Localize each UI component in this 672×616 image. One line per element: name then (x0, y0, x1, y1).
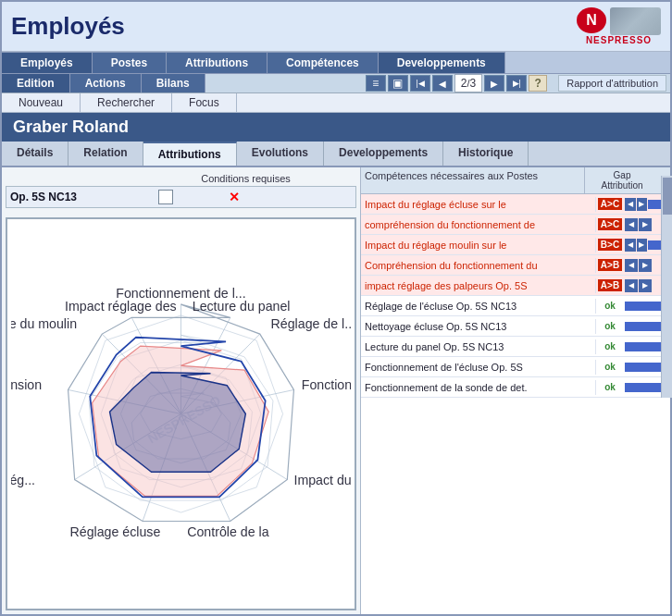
page-indicator: 2/3 (454, 74, 482, 92)
main-content: Conditions requises Op. 5S NC13 ✕ NESPRE… (2, 167, 670, 614)
svg-text:Réglage écluse: Réglage écluse (70, 524, 161, 539)
tab-competences[interactable]: Compétences (268, 52, 379, 73)
comp-name-6: Réglage de l'écluse Op. 5S NC13 (361, 299, 596, 314)
tab-evolutions[interactable]: Evolutions (237, 142, 324, 166)
op-delete-icon[interactable]: ✕ (229, 190, 240, 204)
col-competences-label: Compétences nécessaires aux Postes (361, 167, 585, 193)
radar-svg: NESPRESSO (11, 223, 351, 605)
comp-row-5: impact réglage des palpeurs Op. 5S A>B ◀… (361, 276, 670, 296)
bilans-button[interactable]: Bilans (142, 74, 205, 92)
comp-row-6: Réglage de l'écluse Op. 5S NC13 ok (361, 296, 670, 316)
comp-name-7: Nettoyage écluse Op. 5S NC13 (361, 319, 596, 334)
svg-text:Lecture du panel: Lecture du panel (193, 299, 291, 314)
tab-historique[interactable]: Historique (443, 142, 529, 166)
comp-gap-2: A>C (596, 217, 624, 231)
tab-developpements[interactable]: Developpements (379, 52, 505, 73)
comp-gap-7: ok (596, 320, 624, 332)
op-row: Op. 5S NC13 ✕ (6, 186, 356, 208)
svg-text:Contrôle de la: Contrôle de la (187, 524, 268, 539)
svg-text:Impact du ré...: Impact du ré... (293, 473, 351, 487)
comp-row-2: compréhension du fonctionnement de A>C ◀… (361, 215, 670, 235)
nespresso-n-icon: N (577, 7, 606, 33)
arrow-left-4[interactable]: ◀ (625, 259, 638, 272)
svg-text:Réglage de l...: Réglage de l... (271, 316, 351, 331)
bar-8 (625, 342, 666, 351)
comp-name-10: Fonctionnement de la sonde de det. (361, 380, 596, 395)
action-bar: Nouveau Rechercher Focus (2, 93, 670, 113)
comp-name-4: Compréhension du fonctionnement du (361, 258, 596, 273)
op-label: Op. 5S NC13 (10, 191, 131, 203)
arrow-left-1[interactable]: ◀ (625, 198, 636, 211)
arrow-right-4[interactable]: ▶ (639, 259, 652, 272)
arrow-right-5[interactable]: ▶ (639, 279, 652, 292)
toolbar-right: |◀ ◀ 2/3 ▶ ▶| ? Rapport d'attribution (366, 74, 670, 92)
arrow-right-1[interactable]: ▶ (637, 198, 648, 211)
arrow-left-3[interactable]: ◀ (625, 239, 636, 252)
tab-attributions-content[interactable]: Attributions (143, 142, 237, 166)
arrow-right-3[interactable]: ▶ (637, 239, 648, 252)
comp-gap-9: ok (596, 361, 624, 373)
comp-row-4: Compréhension du fonctionnement du A>B ◀… (361, 255, 670, 276)
app-container: Employés N NESPRESSO Employés Postes Att… (0, 0, 672, 616)
comp-gap-1: A>C (596, 197, 624, 211)
comp-row-3: Impact du réglage moulin sur le B>C ◀ ▶ (361, 235, 670, 255)
comp-name-9: Fonctionnement de l'écluse Op. 5S (361, 360, 596, 375)
bar-10 (625, 383, 666, 392)
edition-button[interactable]: Edition (2, 74, 70, 92)
op-checkbox[interactable] (158, 190, 173, 204)
app-title: Employés (11, 12, 125, 41)
comp-name-5: impact réglage des palpeurs Op. 5S (361, 278, 596, 293)
nav-next-button[interactable]: ▶ (484, 75, 504, 92)
left-panel: Conditions requises Op. 5S NC13 ✕ NESPRE… (2, 167, 361, 614)
logo-name: NESPRESSO (586, 35, 652, 45)
col-gap-label: Gap Attribution (585, 167, 659, 193)
rapport-button[interactable]: Rapport d'attribution (558, 75, 666, 92)
comp-row-8: Lecture du panel Op. 5S NC13 ok (361, 337, 670, 357)
svg-text:Fonctionnement de la: Fonctionnement de la (302, 377, 351, 392)
comp-name-3: Impact du réglage moulin sur le (361, 238, 596, 253)
nav-prev-button[interactable]: ◀ (432, 75, 453, 92)
arrow-left-2[interactable]: ◀ (625, 218, 638, 231)
scrollbar[interactable] (661, 176, 670, 398)
tab-attributions[interactable]: Attributions (167, 52, 268, 73)
radar-chart-area: NESPRESSO (6, 217, 356, 610)
comp-gap-4: A>B (596, 258, 624, 272)
focus-button[interactable]: Focus (172, 93, 237, 112)
rechercher-button[interactable]: Rechercher (81, 93, 172, 112)
scrollbar-thumb[interactable] (663, 178, 671, 215)
comp-name-2: compréhension du fonctionnement de (361, 217, 596, 232)
bar-9 (625, 363, 666, 372)
tab-details[interactable]: Détails (2, 142, 68, 166)
comp-row-10: Fonctionnement de la sonde de det. ok (361, 377, 670, 398)
header: Employés N NESPRESSO (2, 2, 670, 52)
comp-name-8: Lecture du panel Op. 5S NC13 (361, 339, 596, 354)
toolbar-left: Edition Actions Bilans (2, 74, 366, 92)
right-panel: Compétences nécessaires aux Postes Gap A… (361, 167, 670, 614)
conditions-header: Conditions requises (6, 171, 356, 186)
comp-gap-6: ok (596, 300, 624, 312)
svg-text:Impact du rég...: Impact du rég... (11, 473, 35, 487)
actions-button[interactable]: Actions (70, 74, 142, 92)
tab-developpements-content[interactable]: Developpements (324, 142, 443, 166)
tab-employes[interactable]: Employés (2, 52, 93, 73)
help-button[interactable]: ? (529, 75, 547, 92)
tab-postes[interactable]: Postes (93, 52, 167, 73)
svg-text:Nettoyage du moulin: Nettoyage du moulin (11, 316, 77, 331)
arrow-left-5[interactable]: ◀ (625, 279, 638, 292)
header-logo: N NESPRESSO (577, 7, 661, 45)
nav-first-button[interactable]: |◀ (410, 75, 430, 92)
grid-view-icon[interactable] (388, 75, 408, 92)
nav-last-button[interactable]: ▶| (506, 75, 527, 92)
comp-row-9: Fonctionnement de l'écluse Op. 5S ok (361, 357, 670, 377)
tab-relation[interactable]: Relation (68, 142, 143, 166)
competences-header: Compétences nécessaires aux Postes Gap A… (361, 167, 670, 194)
comp-name-1: Impact du réglage écluse sur le (361, 197, 596, 212)
comp-gap-8: ok (596, 340, 624, 352)
comp-gap-3: B>C (596, 238, 624, 252)
arrow-right-2[interactable]: ▶ (639, 218, 652, 231)
nouveau-button[interactable]: Nouveau (2, 93, 81, 112)
list-view-icon[interactable] (366, 75, 386, 92)
logo-image (610, 7, 661, 35)
employee-name: Graber Roland (2, 113, 670, 142)
nav-tabs: Employés Postes Attributions Compétences… (2, 52, 670, 74)
